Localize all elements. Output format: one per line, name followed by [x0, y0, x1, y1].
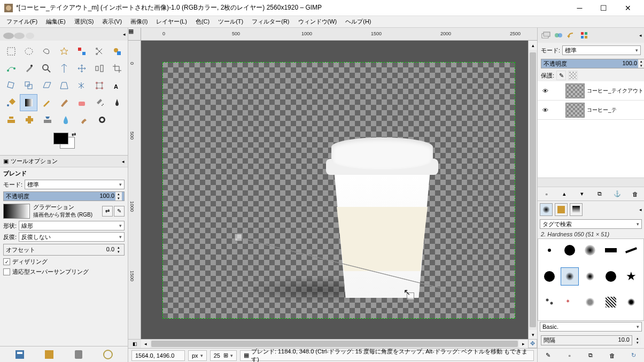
blend-tool[interactable]	[20, 94, 37, 111]
dither-checkbox-row[interactable]: ✓ ディザリング	[3, 258, 125, 266]
dither-checkbox[interactable]: ✓	[3, 258, 10, 265]
scroll-thumb-h[interactable]	[151, 341, 518, 347]
brush-duplicate-button[interactable]: ⧉	[585, 350, 596, 361]
delete-options-icon[interactable]	[73, 349, 84, 360]
layer-mode-select[interactable]: 標準▾	[562, 45, 641, 55]
cage-tool[interactable]	[90, 77, 108, 94]
close-button[interactable]: ✕	[616, 1, 640, 16]
brush-panel-config-icon[interactable]: ◂	[639, 207, 642, 212]
gradient-edit-button[interactable]: ✎	[114, 206, 125, 217]
ruler-horizontal[interactable]: 05001000150020002500	[141, 28, 528, 41]
layers-tab-icon[interactable]	[540, 29, 552, 41]
rect-select-tool[interactable]	[2, 43, 20, 60]
config-arrow-icon[interactable]: ◂	[123, 32, 126, 37]
spacing-up[interactable]: ▴	[634, 336, 641, 341]
scroll-up-button[interactable]: ▴	[529, 41, 537, 50]
brush-item[interactable]	[540, 241, 558, 259]
brush-item[interactable]: ★	[622, 267, 640, 286]
lock-pixels-icon[interactable]: ✎	[556, 71, 566, 80]
right-panel-config-icon[interactable]: ◂	[639, 33, 642, 38]
brush-item[interactable]	[561, 267, 579, 286]
minimize-button[interactable]: ─	[568, 1, 592, 16]
status-zoom-select[interactable]: 25⊞▾	[210, 350, 237, 361]
brush-item[interactable]	[581, 267, 599, 286]
save-options-icon[interactable]	[14, 349, 25, 360]
gradient-preview[interactable]	[3, 204, 30, 219]
color-picker-tool[interactable]	[20, 60, 37, 77]
tool-options-config-icon[interactable]: ◂	[122, 159, 125, 164]
new-layer-button[interactable]: ▫	[541, 189, 552, 199]
layer-visibility-icon[interactable]: 👁	[540, 88, 550, 94]
layer-opacity-slider[interactable]: 不透明度 100.0▴▾	[541, 59, 644, 68]
anchor-layer-button[interactable]: ⚓	[612, 189, 623, 199]
flip-tool[interactable]	[73, 77, 90, 94]
menu-item[interactable]: フィルター(R)	[247, 16, 293, 27]
measure-tool[interactable]	[55, 60, 73, 77]
scissors-tool[interactable]	[90, 43, 108, 60]
menu-item[interactable]: ヘルプ(H)	[341, 16, 375, 27]
dodge-tool[interactable]	[93, 111, 111, 128]
scroll-down-button[interactable]: ▾	[529, 330, 537, 339]
lock-alpha-icon[interactable]	[568, 71, 578, 80]
brush-item[interactable]	[602, 241, 620, 259]
layer-name[interactable]: コーヒー_テ	[587, 106, 642, 114]
fuzzy-select-tool[interactable]	[55, 43, 73, 60]
zoom-tool[interactable]	[37, 60, 55, 77]
undo-tab-icon[interactable]	[565, 29, 577, 41]
swap-colors-icon[interactable]: ⇄	[72, 132, 76, 137]
ellipse-select-tool[interactable]	[20, 43, 37, 60]
crop-tool[interactable]	[108, 60, 126, 77]
opacity-slider[interactable]: 不透明度 100.0▴▾	[3, 191, 125, 201]
brush-new-button[interactable]: ▫	[564, 350, 575, 361]
restore-options-icon[interactable]	[44, 349, 55, 360]
layer-opacity-up[interactable]: ▴	[638, 59, 644, 64]
raise-layer-button[interactable]: ▴	[559, 189, 570, 199]
paintbrush-tool[interactable]	[55, 94, 73, 111]
perspective-tool[interactable]	[55, 77, 73, 94]
heal-tool[interactable]	[20, 111, 38, 128]
color-select-tool[interactable]	[73, 43, 90, 60]
eraser-tool[interactable]	[73, 94, 90, 111]
paths-tab-icon[interactable]	[578, 29, 590, 41]
menu-item[interactable]: 表示(V)	[98, 16, 126, 27]
blend-start-handle[interactable]	[235, 234, 242, 241]
bucket-fill-tool[interactable]	[2, 94, 20, 111]
layer-visibility-icon[interactable]: 👁	[540, 107, 550, 113]
menu-item[interactable]: ツール(T)	[214, 16, 247, 27]
brush-item[interactable]	[622, 293, 640, 311]
lower-layer-button[interactable]: ▾	[577, 189, 587, 199]
reset-options-icon[interactable]	[103, 349, 113, 360]
brush-item[interactable]	[581, 293, 599, 311]
brush-item[interactable]	[602, 267, 620, 286]
canvas-scrollbar-vertical[interactable]: ▴ ▾	[528, 41, 537, 339]
menu-item[interactable]: ファイル(F)	[2, 16, 42, 27]
duplicate-layer-button[interactable]: ⧉	[594, 189, 605, 199]
gradients-tab[interactable]	[570, 203, 583, 216]
scroll-thumb-v[interactable]	[530, 52, 536, 327]
free-select-tool[interactable]	[37, 43, 55, 60]
offset-down[interactable]: ▾	[115, 250, 122, 254]
brushes-tab[interactable]	[540, 203, 553, 216]
opacity-up[interactable]: ▴	[115, 192, 122, 196]
menu-item[interactable]: ウィンドウ(W)	[294, 16, 342, 27]
brush-spacing-slider[interactable]: 間隔 10.0	[541, 335, 632, 345]
canvas[interactable]: ↖	[141, 41, 528, 339]
blur-tool[interactable]	[57, 111, 75, 128]
layers-scrollbar[interactable]	[538, 178, 644, 187]
spacing-down[interactable]: ▾	[634, 341, 641, 345]
brush-item[interactable]	[581, 241, 599, 259]
brush-item[interactable]	[561, 241, 579, 259]
color-swatches[interactable]: ⇄	[53, 133, 75, 149]
text-tool[interactable]: A	[108, 77, 126, 94]
menu-item[interactable]: 色(C)	[191, 16, 214, 27]
ruler-corner[interactable]: ▦	[128, 28, 141, 41]
supersample-checkbox-row[interactable]: 適応型スーパーサンプリング	[3, 268, 125, 276]
brush-item[interactable]: ✦	[561, 293, 579, 311]
offset-up[interactable]: ▴	[115, 245, 122, 250]
layer-row[interactable]: 👁コーヒー_テ	[538, 101, 644, 120]
scroll-left-button[interactable]: ◂	[141, 340, 150, 348]
opacity-down[interactable]: ▾	[115, 196, 122, 201]
menu-item[interactable]: 編集(E)	[42, 16, 70, 27]
maximize-button[interactable]: ☐	[592, 1, 616, 16]
brush-item[interactable]	[622, 241, 640, 259]
